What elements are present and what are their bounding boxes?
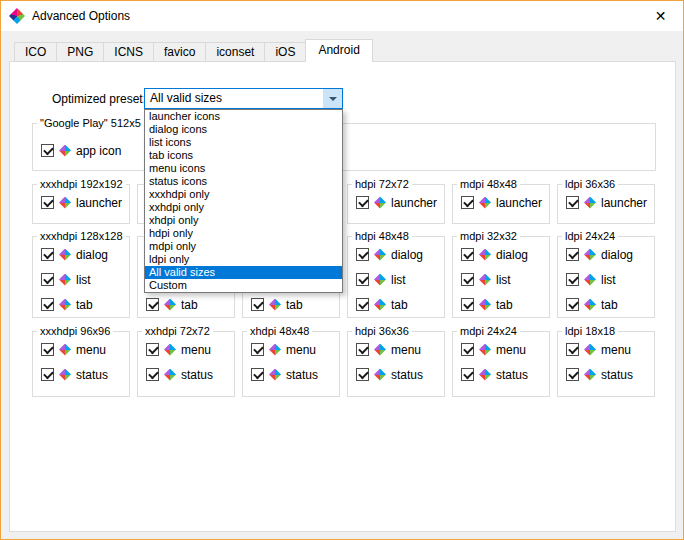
tab-png[interactable]: PNG — [56, 42, 104, 62]
checkbox[interactable] — [461, 273, 474, 286]
checkbox[interactable] — [41, 273, 54, 286]
checkbox[interactable] — [566, 196, 579, 209]
dropdown-item[interactable]: xhdpi only — [145, 214, 342, 227]
tab-favico[interactable]: favico — [153, 42, 206, 62]
checkbox[interactable] — [41, 248, 54, 261]
checkbox[interactable] — [356, 196, 369, 209]
dropdown-item[interactable]: menu icons — [145, 162, 342, 175]
checkbox-item-tab[interactable]: tab — [453, 292, 549, 317]
checkbox-item-list[interactable]: list — [33, 267, 129, 292]
dropdown-item[interactable]: status icons — [145, 175, 342, 188]
checkbox-item-status[interactable]: status — [243, 362, 339, 387]
checkbox[interactable] — [356, 343, 369, 356]
checkbox-item-tab[interactable]: tab — [138, 292, 234, 317]
checkbox-item-menu[interactable]: menu — [558, 337, 654, 362]
checkbox[interactable] — [146, 343, 159, 356]
checkbox[interactable] — [41, 343, 54, 356]
checkbox[interactable] — [461, 248, 474, 261]
checkbox-item-menu[interactable]: menu — [348, 337, 444, 362]
checkbox-label: tab — [391, 298, 408, 312]
checkbox[interactable] — [566, 298, 579, 311]
tab-iconset[interactable]: iconset — [205, 42, 265, 62]
checkbox-item-status[interactable]: status — [558, 362, 654, 387]
checkbox[interactable] — [251, 298, 264, 311]
checkbox[interactable] — [41, 144, 54, 157]
group-title: xhdpi 48x48 — [247, 324, 312, 338]
dropdown-item[interactable]: tab icons — [145, 149, 342, 162]
checkbox[interactable] — [461, 343, 474, 356]
preset-combobox[interactable]: All valid sizes — [144, 88, 343, 109]
checkbox[interactable] — [566, 343, 579, 356]
checkbox-item-launcher[interactable]: launcher — [348, 190, 444, 215]
checkbox[interactable] — [461, 368, 474, 381]
checkbox[interactable] — [251, 368, 264, 381]
checkbox-item-dialog[interactable]: dialog — [453, 242, 549, 267]
checkbox[interactable] — [41, 298, 54, 311]
checkbox-label: list — [601, 273, 616, 287]
checkbox-item-dialog[interactable]: dialog — [33, 242, 129, 267]
dropdown-item-selected[interactable]: All valid sizes — [145, 266, 342, 279]
close-button[interactable]: ✕ — [638, 1, 683, 30]
checkbox[interactable] — [461, 196, 474, 209]
checkbox-item-status[interactable]: status — [453, 362, 549, 387]
chevron-down-icon — [329, 97, 337, 101]
group-mdpi-48: mdpi 48x48 launcher — [452, 184, 550, 224]
checkbox-label: status — [391, 368, 423, 382]
checkbox-item-status[interactable]: status — [33, 362, 129, 387]
checkbox-item-tab[interactable]: tab — [348, 292, 444, 317]
dropdown-item[interactable]: list icons — [145, 136, 342, 149]
checkbox[interactable] — [146, 298, 159, 311]
dropdown-item[interactable]: ldpi only — [145, 253, 342, 266]
checkbox-item-app-icon[interactable]: app icon — [33, 138, 655, 163]
dropdown-item[interactable]: hdpi only — [145, 227, 342, 240]
dropdown-item[interactable]: launcher icons — [145, 110, 342, 123]
checkbox-item-tab[interactable]: tab — [33, 292, 129, 317]
checkbox[interactable] — [461, 298, 474, 311]
checkbox[interactable] — [566, 273, 579, 286]
dropdown-item[interactable]: mdpi only — [145, 240, 342, 253]
checkbox[interactable] — [356, 368, 369, 381]
checkbox-item-tab[interactable]: tab — [558, 292, 654, 317]
checkbox-item-status[interactable]: status — [138, 362, 234, 387]
checkbox-item-status[interactable]: status — [348, 362, 444, 387]
combo-dropdown-button[interactable] — [323, 89, 342, 108]
checkbox-item-list[interactable]: list — [453, 267, 549, 292]
checkbox-item-launcher[interactable]: launcher — [453, 190, 549, 215]
checkbox[interactable] — [356, 298, 369, 311]
checkbox[interactable] — [41, 196, 54, 209]
checkbox[interactable] — [146, 368, 159, 381]
checkbox-item-list[interactable]: list — [348, 267, 444, 292]
checkbox[interactable] — [566, 368, 579, 381]
checkbox-item-menu[interactable]: menu — [453, 337, 549, 362]
checkbox-label: menu — [391, 343, 421, 357]
checkbox-item-dialog[interactable]: dialog — [348, 242, 444, 267]
icon-preview — [269, 344, 281, 356]
dropdown-item[interactable]: dialog icons — [145, 123, 342, 136]
checkbox[interactable] — [251, 343, 264, 356]
dropdown-item[interactable]: Custom — [145, 279, 342, 292]
checkbox[interactable] — [41, 368, 54, 381]
tab-android[interactable]: Android — [305, 39, 372, 62]
dropdown-item[interactable]: xxhdpi only — [145, 201, 342, 214]
checkbox[interactable] — [356, 273, 369, 286]
group-title: xxxhdpi 96x96 — [37, 324, 113, 338]
checkbox-item-launcher[interactable]: launcher — [558, 190, 654, 215]
checkbox-item-tab[interactable]: tab — [243, 292, 339, 317]
checkbox[interactable] — [566, 248, 579, 261]
checkbox-item-menu[interactable]: menu — [243, 337, 339, 362]
checkbox-item-menu[interactable]: menu — [138, 337, 234, 362]
dropdown-item[interactable]: xxxhdpi only — [145, 188, 342, 201]
icon-preview — [479, 299, 491, 311]
checkbox[interactable] — [356, 248, 369, 261]
checkbox-item-launcher[interactable]: launcher — [33, 190, 129, 215]
tab-icns[interactable]: ICNS — [103, 42, 154, 62]
checkbox-item-menu[interactable]: menu — [33, 337, 129, 362]
checkbox-label: launcher — [496, 196, 542, 210]
icon-preview — [269, 369, 281, 381]
checkbox-item-list[interactable]: list — [558, 267, 654, 292]
tab-ios[interactable]: iOS — [264, 42, 306, 62]
tab-ico[interactable]: ICO — [14, 42, 57, 62]
checkbox-item-dialog[interactable]: dialog — [558, 242, 654, 267]
icon-preview — [59, 249, 71, 261]
icon-preview — [59, 369, 71, 381]
